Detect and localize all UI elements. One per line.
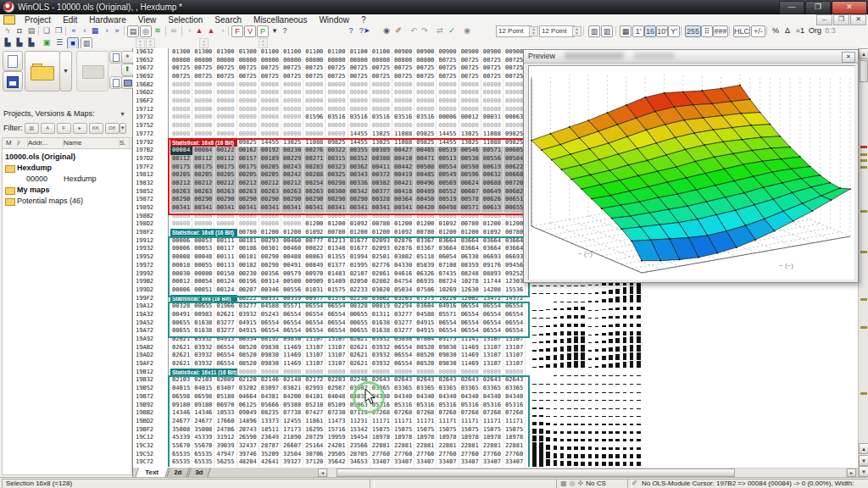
- hex-cell[interactable]: 01213: [326, 237, 348, 246]
- hex-cell[interactable]: 07738: [281, 409, 303, 418]
- filter-dropdown-button[interactable]: ▼: [120, 123, 127, 134]
- hex-cell[interactable]: 01200: [437, 229, 459, 237]
- hex-cell[interactable]: 02050: [348, 278, 370, 286]
- hex-cell[interactable]: 00819: [370, 302, 392, 311]
- hex-cell[interactable]: 00725: [481, 64, 504, 73]
- hex-cell[interactable]: 04754: [392, 278, 415, 286]
- hex-cell[interactable]: 04915: [237, 319, 259, 328]
- hex-cell[interactable]: 02643: [481, 376, 504, 385]
- hex-cell[interactable]: 00000: [348, 369, 370, 377]
- hex-cell[interactable]: 00000: [481, 89, 504, 97]
- hex-cell[interactable]: 00000: [170, 89, 192, 97]
- spinner-button[interactable]: ▲▼: [199, 38, 209, 48]
- hex-cell[interactable]: 00000: [259, 97, 281, 106]
- hex-cell[interactable]: 00590: [459, 164, 481, 172]
- hex-cell[interactable]: 02294: [392, 302, 415, 311]
- hex-cell[interactable]: 00800: [415, 57, 437, 65]
- menu-hardware[interactable]: Hardware: [83, 15, 131, 25]
- hex-cell[interactable]: 00000: [237, 369, 259, 377]
- hex-cell[interactable]: 01100: [348, 48, 370, 57]
- hex-cell[interactable]: 11473: [326, 418, 348, 426]
- hex-cell[interactable]: 04015: [192, 385, 214, 393]
- hex-cell[interactable]: 18978: [437, 434, 459, 442]
- hex-cell[interactable]: 00554: [437, 164, 459, 172]
- hex-cell[interactable]: 00000: [192, 106, 214, 114]
- hex-cell[interactable]: 06554: [303, 319, 326, 328]
- hex-cell[interactable]: 06554: [459, 311, 481, 319]
- hex-cell[interactable]: 00418: [392, 188, 415, 197]
- map-header-label[interactable]: Statistical: 16x8 (16 Bit): [170, 139, 237, 147]
- hex-cell[interactable]: 08724: [437, 278, 459, 286]
- decimal-icon[interactable]: 255: [685, 25, 701, 37]
- hex-cell[interactable]: 02643: [392, 376, 415, 385]
- hex-cell[interactable]: 01677: [348, 237, 370, 246]
- dropdown-icon[interactable]: ▾: [270, 25, 280, 36]
- hex-cell[interactable]: 00655: [348, 311, 370, 319]
- hex-cell[interactable]: 00571: [481, 147, 504, 155]
- next-icon[interactable]: ›: [102, 25, 112, 36]
- apply-icon[interactable]: ✓: [447, 25, 457, 36]
- hex-cell[interactable]: 05118: [415, 253, 437, 262]
- hex-cell[interactable]: 01311: [370, 311, 392, 319]
- hex-cell[interactable]: 00000: [459, 106, 481, 114]
- hex-cell[interactable]: 03365: [437, 385, 459, 393]
- tree-col-[interactable]: /: [18, 139, 28, 147]
- hex-cell[interactable]: 03097: [259, 385, 281, 393]
- hex-cell[interactable]: 00000: [192, 130, 214, 139]
- link-icon[interactable]: ∞: [169, 25, 179, 36]
- hex-row[interactable]: 199F2Statistical: 8x8 (16 Bit)0022200351…: [133, 295, 858, 303]
- hex-cell[interactable]: 00000: [259, 122, 281, 130]
- hex-cell[interactable]: 00725: [303, 64, 326, 73]
- hex-cell[interactable]: 45339: [170, 434, 192, 442]
- hex-cell[interactable]: 00000: [281, 81, 303, 90]
- hex-cell[interactable]: 00389: [370, 147, 392, 155]
- hex-cell[interactable]: 00212: [259, 180, 281, 188]
- hex-cell[interactable]: 00051: [192, 286, 214, 295]
- hex-cell[interactable]: 00498: [437, 204, 459, 213]
- hex-cell[interactable]: 06554: [481, 311, 504, 319]
- hex-cell[interactable]: 00000: [437, 369, 459, 377]
- hex-cell[interactable]: 00263: [170, 188, 192, 197]
- hex-cell[interactable]: 06554: [281, 327, 303, 336]
- hex-cell[interactable]: 15716: [326, 426, 348, 435]
- hex-cell[interactable]: 03020: [370, 286, 392, 295]
- hex-cell[interactable]: 05316: [437, 402, 459, 410]
- menu-window[interactable]: Window: [313, 15, 355, 25]
- bit8-icon[interactable]: 1': [632, 25, 644, 37]
- hex-cell[interactable]: 31912: [214, 434, 236, 442]
- hex-cell[interactable]: 00000: [481, 81, 504, 90]
- hex-cell[interactable]: 04588: [259, 302, 281, 311]
- hex-cell[interactable]: 00000: [303, 122, 326, 130]
- menu-view[interactable]: View: [132, 15, 163, 25]
- hex-cell[interactable]: 01031: [303, 286, 326, 295]
- hex-cell[interactable]: 00000: [214, 97, 236, 106]
- hex-row[interactable]: 199D200006000510012400207003460055601031…: [133, 286, 858, 295]
- hex-cell[interactable]: 00569: [437, 180, 459, 188]
- hex-cell[interactable]: 00080: [192, 270, 214, 279]
- hex-cell[interactable]: 13107: [303, 344, 326, 352]
- scroll-up-button[interactable]: ▲: [859, 48, 868, 59]
- hex-cell[interactable]: 22881: [392, 442, 415, 451]
- hex-cell[interactable]: 06554: [303, 311, 326, 319]
- hex-cell[interactable]: 00000: [170, 114, 192, 122]
- hex-cell[interactable]: 06693: [481, 253, 504, 262]
- hex-row[interactable]: 19C5265535655354794739746352093250430706…: [133, 451, 858, 459]
- hex-cell[interactable]: 01100: [326, 48, 348, 57]
- hex-cell[interactable]: 00000: [237, 213, 259, 221]
- hex-cell[interactable]: 00000: [459, 89, 481, 97]
- preview-title-bar[interactable]: Preview ✕: [524, 50, 858, 64]
- hex-cell[interactable]: 08893: [481, 270, 504, 279]
- hex-cell[interactable]: 05265: [392, 295, 415, 303]
- hex-cell[interactable]: 05188: [214, 393, 236, 402]
- hex-cell[interactable]: 00571: [459, 204, 481, 213]
- hex-cell[interactable]: 33407: [437, 458, 459, 467]
- hex-cell[interactable]: 01994: [348, 253, 370, 262]
- grid-mode-icon[interactable]: ▦: [620, 25, 632, 37]
- hex-cell[interactable]: 00519: [437, 147, 459, 155]
- hex-cell[interactable]: 03664: [459, 237, 481, 246]
- hex-cell[interactable]: 00000: [214, 213, 236, 221]
- hex-cell[interactable]: 00000: [192, 114, 214, 122]
- hex-row[interactable]: 19BB214346143461053309049082350773807427…: [133, 409, 858, 418]
- hex-cell[interactable]: 03932: [192, 344, 214, 352]
- window-icon[interactable]: ❏: [42, 25, 52, 36]
